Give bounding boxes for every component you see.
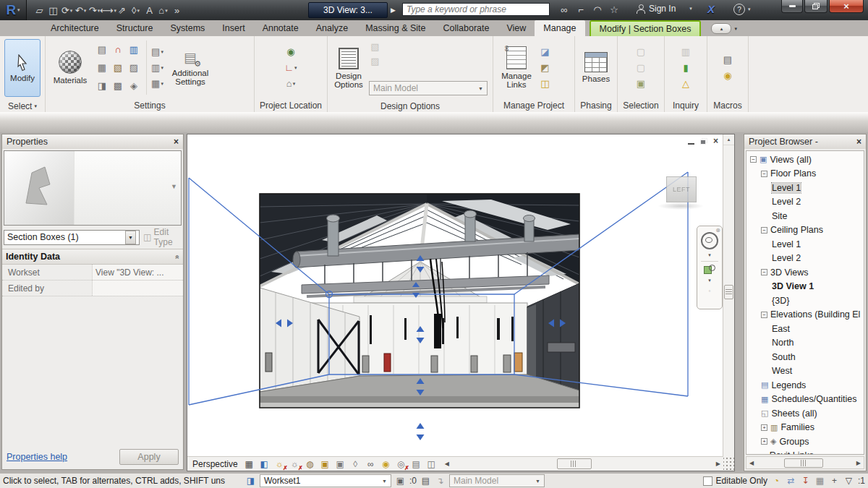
- tree-item-level-2[interactable]: Level 2: [746, 252, 864, 266]
- coordinates-icon[interactable]: ∟▾: [285, 62, 297, 74]
- property-value[interactable]: [92, 281, 183, 296]
- tree-item-level-1[interactable]: Level 1: [746, 237, 864, 252]
- project-units-icon[interactable]: ◈: [128, 80, 140, 92]
- decal-types-icon[interactable]: ◩: [539, 62, 551, 74]
- select-panel-label[interactable]: Select▾: [0, 100, 45, 112]
- type-preview[interactable]: ▼: [4, 150, 182, 226]
- sun-path-icon[interactable]: ☼✗: [274, 459, 285, 469]
- edit-selection-icon[interactable]: ▣: [635, 78, 647, 90]
- settings-panel-label[interactable]: Settings: [46, 99, 254, 112]
- apply-button[interactable]: Apply: [119, 449, 179, 465]
- design-options-button[interactable]: Design Options: [331, 48, 366, 89]
- select-links-icon[interactable]: ⇄: [786, 476, 796, 486]
- text-icon[interactable]: A: [142, 4, 156, 17]
- horizontal-scrollbar[interactable]: [452, 457, 713, 471]
- design-option-selector[interactable]: Main Model ▼: [369, 81, 488, 95]
- editable-elements-icon[interactable]: ▣: [395, 476, 406, 486]
- snaps-icon[interactable]: ∩: [112, 44, 124, 56]
- drawing-area[interactable]: × LEFT ⊗ ▾ ▾ ◦ ▲ Perspective ▦◧☼✗☼✗◍▣▣◊∞…: [187, 134, 735, 471]
- reveal-hidden-elements-icon[interactable]: ◉: [380, 459, 391, 469]
- displacement-sets-icon[interactable]: ◫: [426, 459, 437, 469]
- browser-horizontal-scrollbar[interactable]: ◀ ▶: [746, 456, 864, 469]
- exchange-apps-button[interactable]: X: [707, 3, 715, 15]
- tree-item-site[interactable]: Site: [746, 209, 864, 223]
- default-3d-view-icon[interactable]: ⌂▾: [156, 4, 170, 17]
- tree-item-revit-links[interactable]: ∞Revit Links: [746, 449, 864, 455]
- ribbon-collapse-button[interactable]: ▴: [711, 23, 731, 34]
- tree-item-3d-view-1[interactable]: 3D View 1: [746, 280, 864, 294]
- tab-view[interactable]: View: [498, 20, 535, 36]
- detail-level-icon[interactable]: ▦: [244, 459, 255, 469]
- select-by-id-icon[interactable]: ▮: [680, 62, 692, 74]
- help-button[interactable]: ? ▾: [733, 4, 751, 15]
- add-to-set-icon[interactable]: ▧: [369, 40, 381, 52]
- additional-settings-button[interactable]: ▤⚙ Additional Settings: [166, 49, 214, 86]
- sign-in-button[interactable]: Sign In ▾: [637, 4, 692, 14]
- collapse-icon[interactable]: −: [761, 269, 767, 275]
- drag-on-selection-icon[interactable]: +: [829, 476, 840, 486]
- close-icon[interactable]: ×: [174, 137, 179, 147]
- model-view[interactable]: [187, 134, 723, 456]
- tree-item-3d[interactable]: {3D}: [746, 294, 864, 308]
- minimize-button[interactable]: [781, 0, 803, 13]
- close-icon[interactable]: ⊗: [715, 227, 720, 234]
- expand-icon[interactable]: +: [761, 424, 767, 431]
- properties-help-link[interactable]: Properties help: [7, 452, 67, 462]
- view-scale-label[interactable]: Perspective: [192, 459, 238, 469]
- tab-structure[interactable]: Structure: [108, 20, 162, 36]
- title-expand-icon[interactable]: ▶: [391, 7, 396, 14]
- save-icon[interactable]: ◫: [46, 4, 60, 17]
- tree-item-groups[interactable]: +◈Groups: [746, 435, 864, 449]
- tab-massing-site[interactable]: Massing & Site: [357, 20, 434, 36]
- shared-parameters-icon[interactable]: ▧: [112, 62, 124, 74]
- phases-button[interactable]: Phases: [582, 52, 610, 83]
- manage-links-button[interactable]: ∞ Manage Links: [497, 46, 536, 89]
- visual-style-icon[interactable]: ◧: [259, 459, 270, 469]
- select-by-face-icon[interactable]: ▦: [814, 476, 825, 486]
- scroll-left-icon[interactable]: ◀: [746, 460, 757, 466]
- tab-collaborate[interactable]: Collaborate: [435, 20, 498, 36]
- macro-security-icon[interactable]: ◉: [722, 70, 734, 82]
- lock-3d-view-icon[interactable]: ◊: [350, 459, 361, 469]
- exclude-options-icon[interactable]: ◔: [771, 476, 782, 486]
- view-minimize-icon[interactable]: [688, 137, 694, 145]
- scroll-up-icon[interactable]: ▲: [723, 134, 734, 145]
- tree-item-schedules-quantities[interactable]: ▦Schedules/Quantities: [746, 393, 864, 407]
- scroll-left-icon[interactable]: ◀: [442, 461, 452, 467]
- favorites-icon[interactable]: ☆: [608, 4, 620, 15]
- tab-architecture[interactable]: Architecture: [42, 20, 108, 36]
- collapse-icon[interactable]: −: [761, 171, 767, 177]
- tab-manage[interactable]: Manage: [535, 20, 584, 36]
- tab-modify-section-boxes[interactable]: Modify | Section Boxes: [590, 20, 702, 36]
- chevron-down-icon[interactable]: ▾: [708, 252, 711, 258]
- sync-with-central-icon[interactable]: ⟳▾: [60, 4, 74, 17]
- tab-analyze[interactable]: Analyze: [307, 20, 357, 36]
- collapse-icon[interactable]: −: [761, 312, 767, 318]
- tree-item-ceiling-plans[interactable]: −Ceiling Plans: [746, 223, 864, 238]
- manage-images-icon[interactable]: ◪: [539, 46, 551, 58]
- location-icon[interactable]: ◉: [285, 46, 297, 58]
- measure-icon[interactable]: ⟷▾: [101, 4, 115, 17]
- tab-annotate[interactable]: Annotate: [254, 20, 307, 36]
- mep-settings-icon[interactable]: ▥▾: [151, 62, 163, 74]
- view-restore-icon[interactable]: [700, 138, 707, 145]
- identity-data-header[interactable]: Identity Data »: [2, 249, 183, 265]
- purge-unused-icon[interactable]: ▩: [112, 80, 124, 92]
- scroll-right-icon[interactable]: ▶: [854, 460, 864, 466]
- object-styles-icon[interactable]: ▤: [96, 44, 109, 56]
- select-pinned-icon[interactable]: ↧: [800, 476, 811, 486]
- tree-item-south[interactable]: South: [746, 350, 864, 364]
- position-icon[interactable]: ⌂▾: [285, 78, 297, 90]
- collapse-icon[interactable]: −: [750, 156, 757, 163]
- search-icon[interactable]: ∞: [558, 4, 570, 15]
- expand-icon[interactable]: +: [761, 438, 767, 445]
- selection-panel-label[interactable]: Selection: [618, 99, 664, 112]
- active-design-option-selector[interactable]: Main Model ▼: [449, 474, 545, 487]
- temporary-hide-isolate-icon[interactable]: ∞: [365, 459, 376, 469]
- load-selection-icon[interactable]: ▢: [635, 62, 647, 74]
- ribbon-collapse-options-icon[interactable]: ▾: [734, 26, 737, 36]
- crop-region-icon[interactable]: ▣: [335, 459, 346, 469]
- tree-item-families[interactable]: +▥Families: [746, 421, 864, 435]
- workset-selector[interactable]: Workset1 ▼: [260, 474, 391, 487]
- resize-grip[interactable]: [723, 457, 734, 471]
